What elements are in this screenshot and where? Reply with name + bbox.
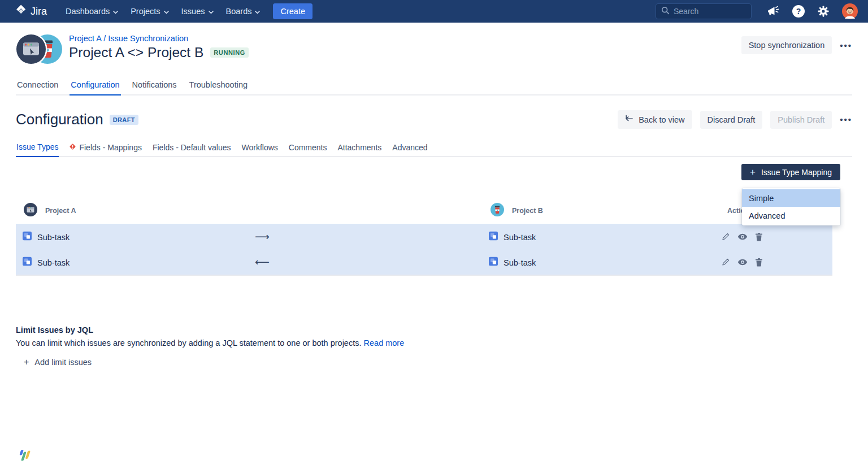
configuration-title: Configuration (16, 111, 103, 128)
add-limit-issues-label: Add limit issues (34, 358, 92, 367)
chevron-down-icon (209, 7, 214, 16)
subtab-attachments[interactable]: Attachments (337, 142, 382, 157)
main-content: Project A / Issue Synchronization Projec… (0, 33, 868, 367)
plus-icon: + (24, 357, 29, 367)
row-right-label: Sub-task (504, 258, 536, 267)
breadcrumb[interactable]: Project A / Issue Synchronization (69, 34, 249, 43)
row-right-label: Sub-task (504, 232, 536, 241)
nav-dashboards[interactable]: Dashboards (59, 3, 124, 19)
nav-issues[interactable]: Issues (175, 3, 220, 19)
tab-configuration[interactable]: Configuration (70, 80, 120, 95)
add-limit-issues-button[interactable]: + Add limit issues (24, 357, 92, 367)
limit-issues-description: You can limit which issues are synchroni… (16, 338, 852, 348)
edit-icon[interactable] (721, 258, 730, 267)
column-project-b-label: Project B (512, 207, 543, 215)
dropdown-item-advanced[interactable]: Advanced (742, 207, 840, 224)
column-project-b: Project B (491, 203, 543, 219)
edit-icon[interactable] (721, 232, 730, 241)
nav-issues-label: Issues (181, 7, 205, 16)
limit-issues-title: Limit Issues by JQL (16, 325, 852, 335)
mapping-toolbar: + Issue Type Mapping (16, 164, 852, 180)
chevron-down-icon (255, 7, 260, 16)
add-issue-type-mapping-label: Issue Type Mapping (761, 168, 832, 177)
nav-right: ? (656, 3, 858, 19)
exalate-logo (15, 449, 34, 466)
header-more-button[interactable]: ••• (840, 41, 852, 50)
subtab-comments[interactable]: Comments (288, 142, 328, 157)
subtab-workflows[interactable]: Workflows (241, 142, 278, 157)
view-icon[interactable] (737, 259, 748, 266)
row-left-label: Sub-task (37, 232, 70, 241)
row-actions (721, 258, 763, 267)
nav-boards[interactable]: Boards (220, 3, 267, 19)
gear-icon[interactable] (817, 5, 830, 18)
nav-projects-label: Projects (131, 7, 160, 16)
draft-badge: DRAFT (110, 115, 138, 125)
help-icon[interactable]: ? (792, 5, 805, 18)
row-actions (721, 232, 763, 241)
search-box[interactable] (656, 3, 752, 19)
search-icon (661, 6, 670, 17)
configuration-more-button[interactable]: ••• (840, 115, 852, 124)
page-title: Project A <> Project B (69, 45, 203, 60)
sync-direction-right-icon: ⟶ (255, 231, 270, 243)
back-arrow-icon (625, 115, 633, 124)
configuration-subtabs: Issue Types Fields - Mappings Fields - D… (16, 142, 852, 157)
back-to-view-label: Back to view (639, 115, 684, 124)
status-badge: RUNNING (210, 47, 249, 58)
user-avatar[interactable] (842, 3, 858, 19)
subtask-icon (23, 232, 32, 242)
announcements-icon[interactable] (766, 5, 780, 18)
dropdown-item-simple[interactable]: Simple (742, 189, 840, 207)
chevron-down-icon (113, 7, 118, 16)
subtab-issue-types[interactable]: Issue Types (16, 142, 59, 157)
tab-troubleshooting[interactable]: Troubleshooting (188, 80, 249, 95)
issue-type-mapping-section: + Issue Type Mapping Simple Advanced (16, 164, 852, 276)
stop-synchronization-button[interactable]: Stop synchronization (741, 36, 832, 54)
back-to-view-button[interactable]: Back to view (618, 110, 692, 129)
title-row: Project A <> Project B RUNNING (69, 45, 249, 60)
view-icon[interactable] (737, 233, 748, 240)
subtab-fields-mappings[interactable]: Fields - Mappings (68, 142, 142, 157)
read-more-link[interactable]: Read more (364, 338, 405, 348)
mapping-row[interactable]: Sub-task ⟶ Sub-task (16, 224, 832, 250)
sync-direction-left-icon: ⟵ (255, 256, 270, 268)
jira-logo[interactable]: Jira (15, 4, 47, 19)
delete-icon[interactable] (755, 232, 763, 241)
limit-issues-section: Limit Issues by JQL You can limit which … (16, 325, 852, 367)
plus-icon: + (750, 167, 756, 177)
subtask-icon (23, 257, 32, 268)
project-a-avatar (16, 33, 47, 66)
publish-draft-button[interactable]: Publish Draft (770, 111, 832, 129)
column-project-a: Project A (24, 203, 76, 219)
project-b-avatar-small (491, 203, 504, 219)
column-project-a-label: Project A (45, 207, 76, 215)
create-button[interactable]: Create (273, 3, 313, 19)
delete-icon[interactable] (755, 258, 763, 267)
mapping-type-dropdown: Simple Advanced (742, 188, 840, 225)
search-input[interactable] (674, 7, 746, 16)
main-tabs: Connection Configuration Notifications T… (16, 80, 852, 95)
nav-dashboards-label: Dashboards (66, 7, 110, 16)
mapping-table-header: Project A Project B A (16, 197, 832, 224)
nav-boards-label: Boards (226, 7, 252, 16)
nav-left: Jira Dashboards Projects Issues Boards C… (15, 3, 656, 19)
project-a-avatar-small (24, 203, 37, 219)
tab-notifications[interactable]: Notifications (131, 80, 178, 95)
discard-draft-button[interactable]: Discard Draft (700, 111, 763, 129)
chevron-down-icon (164, 7, 169, 16)
row-right-cell: Sub-task (489, 257, 536, 268)
row-right-cell: Sub-task (489, 232, 536, 242)
page-header: Project A / Issue Synchronization Projec… (16, 33, 852, 68)
tab-connection[interactable]: Connection (16, 80, 59, 95)
header-text: Project A / Issue Synchronization Projec… (69, 33, 249, 60)
add-issue-type-mapping-button[interactable]: + Issue Type Mapping (741, 164, 840, 180)
nav-projects[interactable]: Projects (124, 3, 175, 19)
subtab-fields-default-values[interactable]: Fields - Default values (152, 142, 232, 157)
connection-avatars (16, 33, 63, 68)
limit-issues-description-text: You can limit which issues are synchroni… (16, 338, 362, 348)
mapping-row[interactable]: Sub-task ⟵ Sub-task (16, 250, 832, 276)
configuration-actions: Back to view Discard Draft Publish Draft… (618, 110, 852, 129)
subtab-advanced[interactable]: Advanced (392, 142, 428, 157)
error-icon (69, 143, 76, 152)
